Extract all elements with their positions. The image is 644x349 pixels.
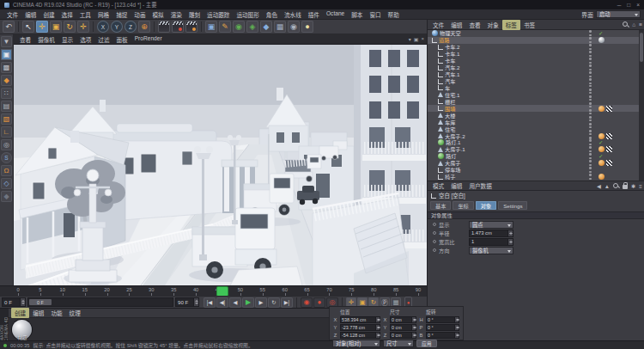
object-manager-menu-item-3[interactable]: 对象	[484, 20, 502, 30]
record-keyframe-button[interactable]: ◉	[301, 297, 313, 308]
null-object-icon[interactable]	[438, 106, 443, 111]
显示-dropdown[interactable]: 圆点	[469, 221, 513, 229]
visibility-toggles[interactable]	[586, 126, 595, 132]
stepper[interactable]	[375, 325, 380, 330]
material-menu-item-0[interactable]: 创建	[11, 308, 29, 318]
tab-坐标[interactable]: 坐标	[453, 201, 473, 210]
coord-size-field-2[interactable]: 0 cm	[390, 332, 416, 339]
minimize-icon[interactable]: ─	[617, 2, 622, 8]
poly-object-icon[interactable]	[438, 92, 443, 97]
timeline-playhead[interactable]	[217, 287, 228, 296]
menu-item-17[interactable]: 脚本	[348, 9, 366, 20]
loop-button[interactable]: ↻	[268, 297, 280, 308]
frame-stepper[interactable]	[20, 298, 25, 306]
object-manager-menu-item-1[interactable]: 编辑	[447, 20, 465, 30]
apply-button[interactable]: 应用	[416, 340, 437, 347]
mograph-array-icon[interactable]: ◈	[246, 21, 258, 33]
poly-object-icon[interactable]	[438, 119, 443, 125]
search-icon[interactable]	[623, 21, 629, 28]
model-mode-icon[interactable]: ▣	[1, 49, 12, 60]
menu-item-15[interactable]: 插件	[305, 9, 323, 20]
object-list-scrollbar[interactable]	[639, 30, 644, 181]
polygons-mode-icon[interactable]: ▧	[1, 113, 12, 125]
coord-rotation-field-1[interactable]: 0 °	[426, 324, 459, 331]
object-manager-menu-item-0[interactable]: 文件	[429, 20, 447, 30]
make-editable-icon[interactable]: ▼	[1, 36, 12, 47]
menu-item-6[interactable]: 捕捉	[112, 9, 131, 20]
edges-mode-icon[interactable]: ▤	[1, 101, 12, 112]
checker-tag-icon[interactable]	[606, 133, 612, 139]
stepper[interactable]	[411, 317, 416, 322]
menu-item-10[interactable]: 雕刻	[185, 9, 204, 20]
keyframe-dot-icon[interactable]	[433, 223, 436, 226]
floor-icon[interactable]: ▦	[274, 21, 286, 33]
visibility-toggles[interactable]	[586, 99, 595, 105]
lock-y-axis-icon[interactable]: Y	[111, 21, 123, 33]
visibility-toggles[interactable]	[586, 133, 595, 139]
stepper[interactable]	[375, 317, 380, 322]
menu-item-8[interactable]: 模拟	[149, 9, 167, 20]
menu-item-16[interactable]: Octane	[323, 9, 348, 20]
render-settings-icon[interactable]	[185, 21, 197, 33]
viewport-menu-item-2[interactable]: 显示	[58, 34, 76, 45]
visibility-toggles[interactable]	[586, 174, 595, 180]
sky-object-icon[interactable]	[432, 30, 438, 36]
layout-dropdown[interactable]: 启动	[596, 10, 641, 18]
visibility-toggles[interactable]	[586, 58, 595, 64]
viewport-canvas[interactable]	[14, 45, 427, 285]
environment-icon[interactable]: ◆	[260, 21, 272, 33]
visibility-toggles[interactable]	[586, 106, 595, 112]
next-frame-button[interactable]: ▶	[255, 297, 267, 308]
visibility-toggles[interactable]	[586, 167, 595, 173]
null-object-icon[interactable]	[438, 65, 443, 70]
timeline-range-slider[interactable]: 0 F	[27, 297, 173, 307]
history-back-icon[interactable]: ◀	[597, 183, 601, 189]
undo-icon[interactable]: ↶	[3, 21, 15, 33]
menu-item-11[interactable]: 运动跟踪	[204, 9, 233, 20]
viewport-solo-icon[interactable]: ◎	[1, 139, 12, 150]
burger-menu-icon[interactable]: ≡	[639, 21, 642, 28]
viewport-menu-item-3[interactable]: 选项	[76, 34, 94, 45]
viewport-menu-item-0[interactable]: 查看	[16, 34, 34, 45]
current-frame-field[interactable]: 0 F	[2, 297, 26, 307]
null-object-icon[interactable]	[438, 174, 443, 180]
visibility-toggles[interactable]	[586, 92, 595, 98]
gear-icon[interactable]: ✱	[631, 183, 635, 189]
menu-item-12[interactable]: 运动图形	[233, 9, 262, 20]
attribute-menu-item-1[interactable]: 编辑	[447, 181, 465, 191]
magnet-icon[interactable]: Ω	[1, 165, 12, 176]
play-button[interactable]: ▶	[242, 297, 254, 308]
scale-tool-icon[interactable]: ▣	[50, 21, 62, 33]
checker-tag-icon[interactable]	[606, 106, 612, 112]
poly-object-icon[interactable]	[438, 161, 443, 166]
tab-基本[interactable]: 基本	[430, 201, 451, 210]
viewport-menu-item-5[interactable]: 面板	[113, 34, 131, 45]
snap-icon[interactable]: S	[1, 152, 12, 163]
stepper[interactable]	[454, 333, 459, 338]
object-manager-menu-item-4[interactable]: 标签	[502, 20, 520, 30]
orange-tag-icon[interactable]	[598, 106, 605, 112]
orange-tag-icon[interactable]	[598, 146, 605, 152]
方向-dropdown[interactable]: 摄像机	[469, 247, 513, 254]
size-mode-dropdown[interactable]: 尺寸	[383, 340, 414, 347]
texture-mode-icon[interactable]: ▩	[1, 62, 12, 73]
null-object-icon[interactable]	[438, 52, 443, 57]
keyframe-dot-icon[interactable]	[433, 248, 436, 252]
null-object-icon[interactable]	[438, 58, 443, 64]
null-object-icon[interactable]	[438, 79, 443, 84]
menu-item-5[interactable]: 网格	[94, 9, 112, 20]
stepper[interactable]	[375, 333, 380, 338]
visibility-toggles[interactable]	[586, 139, 595, 145]
prev-frame-button[interactable]: ◀	[229, 297, 241, 308]
visibility-toggles[interactable]	[586, 113, 595, 119]
inst-object-icon[interactable]	[438, 153, 444, 159]
menu-item-14[interactable]: 流水线	[281, 9, 305, 20]
keyframe-dot-icon[interactable]	[433, 231, 436, 235]
menu-item-3[interactable]: 选择	[58, 9, 76, 20]
tab-对象[interactable]: 对象	[476, 201, 496, 210]
null-object-icon[interactable]	[438, 72, 443, 77]
coord-rotation-field-2[interactable]: 0 °	[426, 332, 459, 339]
end-frame-field[interactable]: 90 F	[175, 297, 199, 307]
lock-x-axis-icon[interactable]: X	[97, 21, 109, 33]
check-tag-icon[interactable]: ✓	[598, 139, 605, 145]
